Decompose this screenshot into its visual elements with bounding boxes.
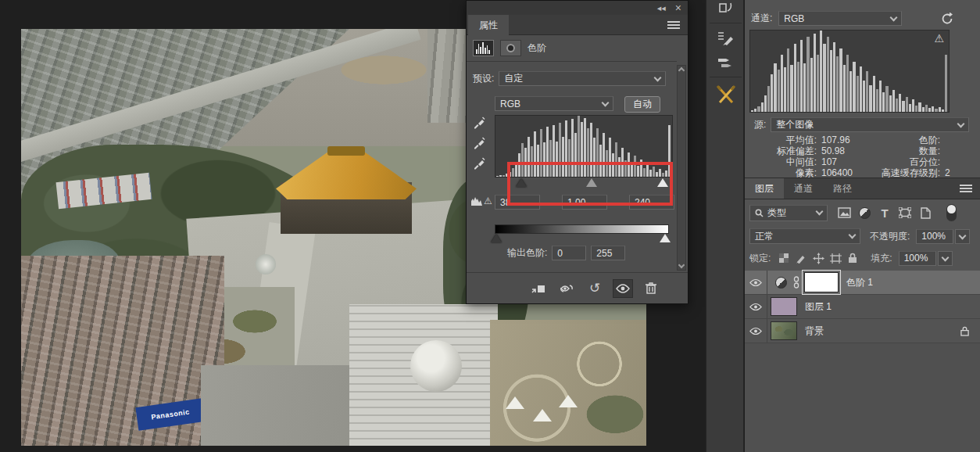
photo-plaza-southeast <box>490 320 646 446</box>
toggle-visibility-icon[interactable] <box>613 279 633 298</box>
collapsed-panels-strip <box>706 0 744 452</box>
layer-name[interactable]: 图层 1 <box>805 300 832 314</box>
clip-to-layer-icon[interactable] <box>528 279 549 298</box>
opacity-input[interactable]: 100% <box>916 229 953 244</box>
layer-row-layer1[interactable]: 图层 1 <box>745 295 980 319</box>
highlight-input[interactable]: 240 <box>629 195 674 210</box>
fill-value: 100% <box>904 253 928 264</box>
brush-settings-panel-icon[interactable] <box>713 27 739 50</box>
layer-row-background[interactable]: 背景 <box>745 319 980 343</box>
properties-tabbar: 属性 <box>467 15 688 35</box>
gray-point-eyedropper-icon[interactable] <box>473 137 485 149</box>
lock-all-icon[interactable] <box>844 253 861 264</box>
scroll-down-icon[interactable] <box>678 262 685 268</box>
mixer-brush-panel-icon[interactable] <box>713 81 739 109</box>
layer-filter-value: 类型 <box>767 206 786 220</box>
uncached-warning-icon[interactable]: ⚠ <box>484 196 492 206</box>
output-white-input[interactable]: 255 <box>591 246 625 260</box>
levels-histogram[interactable] <box>495 115 673 178</box>
lock-label: 锁定: <box>749 252 771 265</box>
layer-filter-dropdown[interactable]: 类型 <box>749 205 828 221</box>
visibility-toggle[interactable] <box>745 271 767 294</box>
histogram-source-dropdown[interactable]: 整个图像 <box>771 117 969 132</box>
panel-menu-icon[interactable] <box>667 21 680 29</box>
midtone-value: 1.00 <box>567 197 585 208</box>
lock-position-icon[interactable] <box>810 253 827 264</box>
fill-input[interactable]: 100% <box>899 251 936 266</box>
midtone-input[interactable]: 1.00 <box>562 195 607 210</box>
filter-pixel-layers-icon[interactable] <box>834 205 854 221</box>
layer-filter-toggle[interactable] <box>946 204 957 221</box>
layer-row-levels1[interactable]: 色阶 1 <box>745 271 980 295</box>
levels-adjustment-icon <box>473 40 494 56</box>
blend-mode-dropdown[interactable]: 正常 <box>749 228 860 244</box>
fill-slider-icon[interactable] <box>938 251 953 266</box>
output-white-slider[interactable] <box>660 234 671 242</box>
properties-titlebar: ◂◂ × <box>467 1 688 15</box>
brushes-panel-icon[interactable] <box>713 50 739 74</box>
output-black-input[interactable]: 0 <box>552 246 586 260</box>
white-point-eyedropper-icon[interactable] <box>473 157 485 170</box>
black-point-eyedropper-icon[interactable] <box>473 117 485 129</box>
layer-mask-thumbnail[interactable] <box>804 272 839 292</box>
filter-adjustment-layers-icon[interactable] <box>854 205 874 221</box>
tab-properties[interactable]: 属性 <box>468 15 509 35</box>
layer-name[interactable]: 色阶 1 <box>846 276 873 289</box>
lock-image-icon[interactable] <box>792 253 810 264</box>
adjustment-title: 色阶 <box>528 41 546 55</box>
tab-layers[interactable]: 图层 <box>745 178 784 199</box>
eye-icon <box>749 327 762 335</box>
visibility-toggle[interactable] <box>745 319 767 343</box>
output-levels-label: 输出色阶: <box>507 246 547 260</box>
lock-artboard-icon[interactable] <box>827 253 844 264</box>
photo-hall-golden-roof <box>276 151 417 199</box>
histogram-channel-dropdown[interactable]: RGB <box>778 11 902 26</box>
scroll-up-icon[interactable] <box>678 67 685 74</box>
refresh-histogram-icon[interactable] <box>941 13 953 25</box>
output-levels-gradient <box>495 224 669 234</box>
filter-type-layers-icon[interactable]: T <box>874 205 895 221</box>
collapse-panel-icon[interactable]: ◂◂ <box>657 3 666 13</box>
midtone-slider[interactable] <box>586 178 597 187</box>
properties-scrollbar[interactable] <box>677 65 686 271</box>
cached-histogram-icon[interactable] <box>471 196 482 206</box>
uncached-data-warning-icon[interactable]: ⚠ <box>934 32 944 45</box>
properties-panel: ◂◂ × 属性 色阶 预设: 自定 RGB 自动 <box>466 0 689 304</box>
layer-name[interactable]: 背景 <box>805 325 824 338</box>
lock-transparency-icon[interactable] <box>775 253 792 263</box>
auto-button[interactable]: 自动 <box>624 96 660 113</box>
chevron-down-icon <box>890 13 898 21</box>
opacity-label: 不透明度: <box>870 230 910 243</box>
shadow-input[interactable]: 38 <box>495 195 540 210</box>
levels-channel-dropdown[interactable]: RGB <box>495 96 613 111</box>
opacity-slider-icon[interactable] <box>955 229 970 244</box>
link-mask-icon[interactable] <box>793 276 799 289</box>
reset-adjustment-icon[interactable]: ↺ <box>585 279 605 298</box>
visibility-toggle[interactable] <box>745 295 767 318</box>
preset-dropdown[interactable]: 自定 <box>499 71 666 86</box>
layer-thumbnail[interactable] <box>771 321 797 340</box>
filter-shape-layers-icon[interactable] <box>895 205 915 221</box>
background-lock-icon[interactable] <box>960 326 969 336</box>
layer-thumbnail[interactable] <box>771 297 797 316</box>
clone-source-panel-icon[interactable] <box>713 0 739 17</box>
white-point-slider[interactable] <box>657 178 668 187</box>
view-previous-state-icon[interactable] <box>556 279 577 298</box>
close-panel-icon[interactable]: × <box>675 2 681 14</box>
layers-menu-icon[interactable] <box>960 185 972 192</box>
input-levels-sliders <box>495 178 673 189</box>
highlight-value: 240 <box>635 197 650 208</box>
layer-mask-icon[interactable] <box>500 40 521 56</box>
preset-label: 预设: <box>473 72 494 85</box>
blend-mode-value: 正常 <box>755 230 774 243</box>
chevron-down-icon <box>849 231 857 239</box>
output-black-slider[interactable] <box>491 234 502 242</box>
layers-tabbar: 图层 通道 路径 <box>745 178 980 199</box>
search-icon <box>755 209 764 217</box>
eye-icon <box>749 303 762 311</box>
tab-channels[interactable]: 通道 <box>784 178 823 199</box>
black-point-slider[interactable] <box>516 178 527 187</box>
filter-smart-objects-icon[interactable] <box>915 205 935 221</box>
delete-adjustment-icon[interactable] <box>641 279 661 298</box>
tab-paths[interactable]: 路径 <box>823 178 862 199</box>
